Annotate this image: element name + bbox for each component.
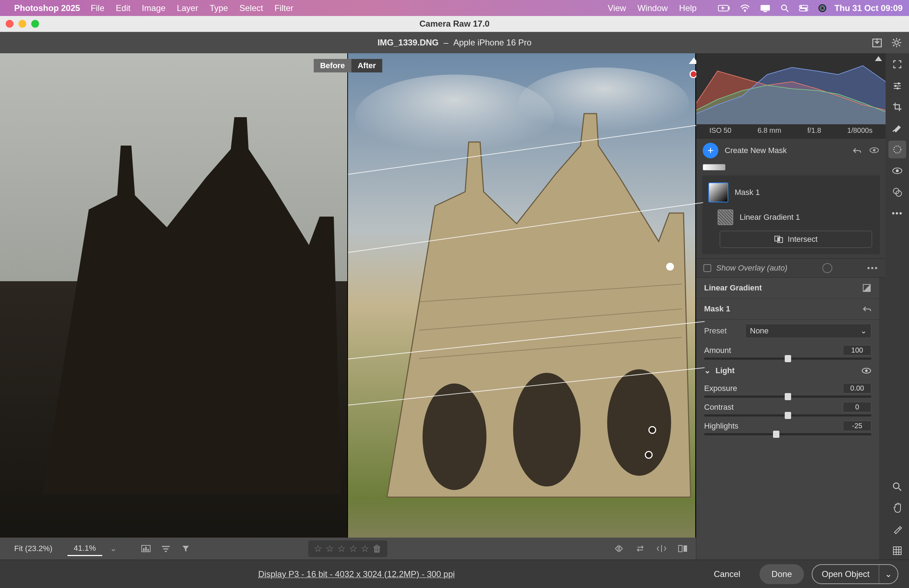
cancel-button[interactable]: Cancel xyxy=(702,565,752,583)
hand-tool-icon[interactable] xyxy=(888,499,906,517)
preset-select[interactable]: None ⌄ xyxy=(745,324,871,338)
control-center-icon[interactable] xyxy=(799,5,808,11)
amount-slider[interactable]: Amount100 xyxy=(696,342,879,361)
star-2[interactable]: ☆ xyxy=(326,543,334,554)
color-grade-icon[interactable] xyxy=(888,183,906,201)
create-mask-button[interactable]: + xyxy=(703,143,718,158)
crop-icon[interactable] xyxy=(888,98,906,116)
fullscreen-icon[interactable] xyxy=(888,55,906,73)
amount-value[interactable]: 100 xyxy=(843,345,871,355)
after-label[interactable]: After xyxy=(351,59,382,73)
adjustments-scroll[interactable]: Linear Gradient Mask 1 Preset None ⌄ Amo… xyxy=(696,278,886,560)
invert-gradient-icon[interactable] xyxy=(862,283,871,292)
wifi-icon[interactable] xyxy=(740,4,750,12)
display-icon[interactable] xyxy=(760,4,770,12)
exposure-slider[interactable]: Exposure0.00 xyxy=(696,380,879,399)
app-name[interactable]: Photoshop 2025 xyxy=(14,3,80,13)
intersect-button[interactable]: Intersect xyxy=(720,231,872,248)
light-group-header[interactable]: ⌄ Light xyxy=(696,361,879,380)
overlay-checkbox[interactable] xyxy=(703,264,711,272)
amount-thumb[interactable] xyxy=(785,355,791,362)
chevron-down-icon: ⌄ xyxy=(704,366,710,375)
canvas-area[interactable]: Before After Fit (23.2%) 41.1% ⌄ ☆ ☆ ☆ ☆… xyxy=(0,53,696,560)
exposure-label: Exposure xyxy=(704,384,737,393)
more-tools-icon[interactable]: ••• xyxy=(888,205,906,222)
zoom-level-button[interactable]: 41.1% xyxy=(68,541,102,556)
mask-tool-icon[interactable] xyxy=(888,141,906,158)
open-object-dropdown-icon[interactable]: ⌄ xyxy=(879,565,898,583)
grid-icon[interactable] xyxy=(888,542,906,560)
overlay-more-icon[interactable]: ••• xyxy=(867,263,878,273)
search-icon[interactable] xyxy=(780,4,789,13)
heal-icon[interactable] xyxy=(888,119,906,137)
exposure-thumb[interactable] xyxy=(785,393,791,400)
flip-horizontal-icon[interactable] xyxy=(613,543,625,555)
zoom-dropdown-icon[interactable]: ⌄ xyxy=(110,544,116,553)
menu-edit[interactable]: Edit xyxy=(116,3,130,13)
minimize-window-button[interactable] xyxy=(18,20,26,28)
histogram-toggle-icon[interactable] xyxy=(140,543,152,555)
component-name[interactable]: Linear Gradient 1 xyxy=(739,213,800,222)
battery-icon[interactable] xyxy=(718,5,730,11)
menu-help[interactable]: Help xyxy=(679,3,697,13)
mask-strip-thumb[interactable] xyxy=(703,164,725,170)
mask-row[interactable]: Mask 1 xyxy=(707,179,875,206)
menu-window[interactable]: Window xyxy=(637,3,668,13)
close-window-button[interactable] xyxy=(6,20,13,28)
overlay-color-swatch[interactable] xyxy=(822,263,832,273)
menu-filter[interactable]: Filter xyxy=(274,3,293,13)
light-visibility-icon[interactable] xyxy=(861,367,871,374)
show-overlay-row[interactable]: Show Overlay (auto) ••• xyxy=(696,258,886,277)
highlights-slider[interactable]: Highlights-25 xyxy=(696,418,879,437)
redeye-icon[interactable] xyxy=(888,162,906,180)
menu-file[interactable]: File xyxy=(90,3,104,13)
exposure-value[interactable]: 0.00 xyxy=(843,383,871,393)
menu-select[interactable]: Select xyxy=(239,3,263,13)
before-label[interactable]: Before xyxy=(313,59,351,73)
split-view-icon[interactable] xyxy=(677,543,689,555)
mask-name[interactable]: Mask 1 xyxy=(735,188,760,197)
funnel-icon[interactable] xyxy=(180,543,192,555)
contrast-thumb[interactable] xyxy=(785,412,791,419)
image-metadata[interactable]: Display P3 - 16 bit - 4032 x 3024 (12.2M… xyxy=(258,569,455,579)
mask-component-row[interactable]: Linear Gradient 1 xyxy=(707,206,875,229)
zoom-fit-button[interactable]: Fit (23.2%) xyxy=(7,542,60,555)
reset-mask-icon[interactable] xyxy=(862,305,871,312)
star-4[interactable]: ☆ xyxy=(349,543,357,554)
mask-thumb[interactable] xyxy=(709,183,728,202)
highlights-value[interactable]: -25 xyxy=(843,421,871,431)
exif-row: ISO 50 6.8 mm f/1.8 1/8000s xyxy=(696,126,886,134)
component-thumb[interactable] xyxy=(718,210,733,225)
highlights-thumb[interactable] xyxy=(773,431,780,438)
menu-view[interactable]: View xyxy=(608,3,626,13)
star-5[interactable]: ☆ xyxy=(361,543,369,554)
star-3[interactable]: ☆ xyxy=(337,543,346,554)
siri-icon[interactable] xyxy=(818,4,827,13)
done-button[interactable]: Done xyxy=(759,564,804,584)
menubar-clock[interactable]: Thu 31 Oct 09:09 xyxy=(835,3,903,13)
highlight-clip-icon[interactable] xyxy=(875,56,882,61)
star-1[interactable]: ☆ xyxy=(314,543,322,554)
zoom-window-button[interactable] xyxy=(31,20,39,28)
edit-sliders-icon[interactable] xyxy=(888,77,906,94)
contrast-slider[interactable]: Contrast0 xyxy=(696,399,879,418)
menu-image[interactable]: Image xyxy=(142,3,165,13)
rating-stars[interactable]: ☆ ☆ ☆ ☆ ☆ 🗑 xyxy=(308,540,387,557)
gradient-section-header: Linear Gradient xyxy=(696,278,879,299)
mask-visibility-icon[interactable] xyxy=(869,147,879,154)
contrast-value[interactable]: 0 xyxy=(843,402,871,412)
undo-mask-icon[interactable] xyxy=(852,147,861,154)
open-object-button[interactable]: Open Object ⌄ xyxy=(812,564,898,584)
save-icon[interactable] xyxy=(871,37,883,48)
menu-layer[interactable]: Layer xyxy=(177,3,198,13)
histogram[interactable]: ISO 50 6.8 mm f/1.8 1/8000s xyxy=(696,53,886,139)
create-mask-label[interactable]: Create New Mask xyxy=(725,146,787,155)
zoom-tool-icon[interactable] xyxy=(888,478,906,496)
swap-icon[interactable] xyxy=(634,543,646,555)
delete-icon[interactable]: 🗑 xyxy=(373,543,382,554)
sampler-icon[interactable] xyxy=(888,520,906,538)
menu-type[interactable]: Type xyxy=(210,3,228,13)
filter-list-icon[interactable] xyxy=(160,543,172,555)
compare-toggle-icon[interactable] xyxy=(656,543,668,555)
settings-icon[interactable] xyxy=(891,37,902,48)
